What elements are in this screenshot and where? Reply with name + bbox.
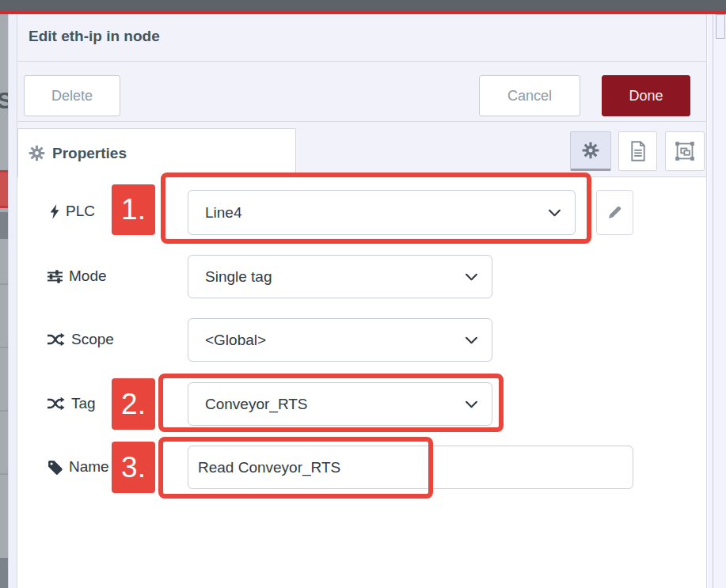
sliders-icon <box>48 270 63 283</box>
shuffle-icon <box>48 332 65 347</box>
background-editor-strip: S <box>0 14 8 588</box>
plc-select-value: Line4 <box>205 204 242 222</box>
plc-field-label: PLC <box>49 199 95 223</box>
bolt-icon <box>49 204 59 219</box>
tab-properties[interactable]: Properties <box>17 128 296 177</box>
tray-gutter <box>8 14 17 588</box>
tray-scrollbar-track[interactable] <box>708 14 726 588</box>
pencil-icon <box>607 205 622 220</box>
step-3-badge: 3. <box>112 442 155 493</box>
step-2-badge: 2. <box>112 378 155 430</box>
scope-select[interactable]: <Global> <box>188 318 492 362</box>
appearance-icon <box>675 141 695 161</box>
step-1-badge: 1. <box>112 184 155 235</box>
done-button[interactable]: Done <box>602 75 690 116</box>
name-field-label: Name <box>48 455 109 479</box>
mode-field-label: Mode <box>48 264 107 288</box>
dialog-header: Edit eth-ip in node <box>17 14 706 62</box>
gear-icon <box>582 142 599 159</box>
chevron-down-icon <box>466 400 477 408</box>
tag-select[interactable]: Conveyor_RTS <box>188 382 492 426</box>
scope-select-value: <Global> <box>205 332 266 349</box>
dialog-button-bar: Delete Cancel Done <box>17 62 706 122</box>
background-node-fragment <box>0 212 8 239</box>
plc-select[interactable]: Line4 <box>188 190 576 235</box>
document-icon <box>629 141 647 161</box>
shuffle-icon <box>48 396 65 411</box>
dialog-title: Edit eth-ip in node <box>29 28 160 45</box>
tag-select-value: Conveyor_RTS <box>205 396 308 413</box>
mode-select[interactable]: Single tag <box>188 255 492 298</box>
tab-row-underline <box>296 176 707 177</box>
delete-button[interactable]: Delete <box>24 75 120 116</box>
gear-icon <box>29 145 45 161</box>
edit-node-dialog: Edit eth-ip in node Delete Cancel Done <box>17 14 707 588</box>
edit-plc-config-button[interactable] <box>596 190 633 235</box>
mode-select-value: Single tag <box>205 268 272 286</box>
tab-properties-label: Properties <box>52 145 127 162</box>
chevron-down-icon <box>466 336 477 344</box>
cancel-button[interactable]: Cancel <box>479 75 580 116</box>
background-grid-line <box>0 410 8 412</box>
browser-top-bar <box>0 0 726 11</box>
chevron-down-icon <box>549 209 561 217</box>
scrollbar-divider <box>713 14 713 588</box>
dialog-tab-row: Properties <box>17 122 706 177</box>
scrollbar-thumb[interactable] <box>716 14 725 39</box>
scope-field-label: Scope <box>48 328 114 351</box>
background-grid-line <box>0 473 8 475</box>
background-grid-line <box>0 347 8 348</box>
tag-field-label: Tag <box>48 392 96 415</box>
chevron-down-icon <box>466 273 477 281</box>
properties-tab-button[interactable] <box>570 131 611 171</box>
name-input[interactable] <box>188 446 633 489</box>
description-tab-button[interactable] <box>618 131 657 171</box>
background-grid-line <box>0 283 8 285</box>
background-node-fragment <box>0 170 8 208</box>
background-text-fragment: S <box>0 87 8 114</box>
tag-icon <box>48 460 63 475</box>
background-footer-fragment <box>0 558 8 588</box>
appearance-tab-button[interactable] <box>665 131 705 171</box>
